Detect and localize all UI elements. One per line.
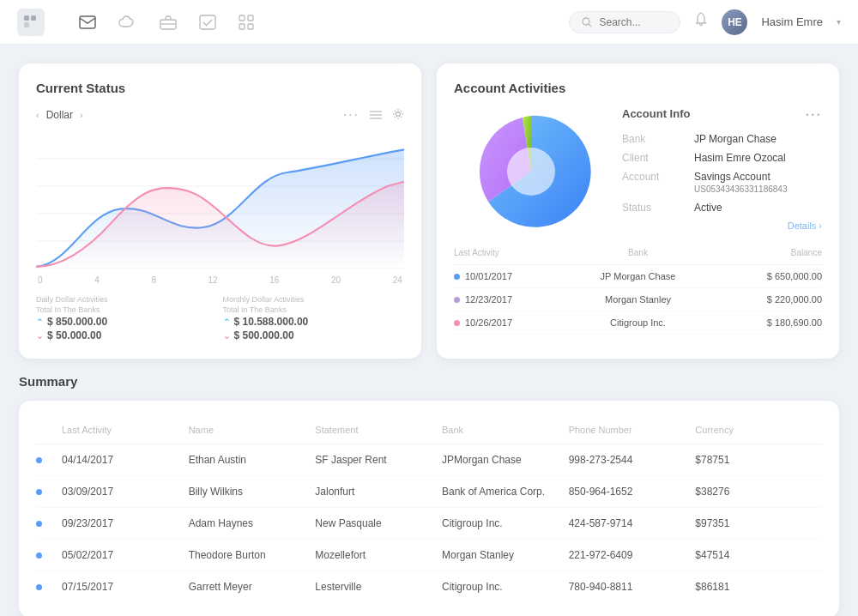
balance-2: $ 220,000.00: [699, 294, 822, 305]
summary-table: Last Activity Name Statement Bank Phone …: [36, 425, 822, 602]
user-name-label[interactable]: Hasim Emre: [761, 15, 823, 28]
sr3-name: Adam Haynes: [189, 517, 316, 529]
row-dot-2: [36, 489, 42, 495]
dot-purple-1: [454, 297, 460, 303]
sr4-date: 05/02/2017: [62, 549, 189, 561]
monthly-down-row: ⌄ $ 500.000.00: [223, 329, 405, 341]
daily-sublabel: Total In The Banks: [36, 305, 218, 314]
svg-rect-2: [24, 22, 29, 27]
col-bank: Bank: [577, 248, 699, 257]
sr1-bank: JPMorgan Chase: [442, 454, 569, 466]
account-number: US05343436331186843: [694, 184, 787, 194]
bank-value: JP Morgan Chase: [694, 133, 822, 145]
nav-cloud-icon[interactable]: [118, 15, 137, 29]
svg-rect-7: [239, 15, 245, 21]
sh-statement: Statement: [315, 425, 442, 435]
dollar-next[interactable]: ›: [80, 110, 83, 120]
monthly-up-value: $ 10.588.000.00: [234, 316, 309, 328]
sr4-statement: Mozellefort: [315, 549, 442, 561]
chart-area: [36, 131, 404, 269]
svg-rect-3: [80, 16, 95, 28]
svg-rect-6: [200, 15, 215, 29]
sr2-phone: 850-964-1652: [569, 486, 696, 498]
bell-icon[interactable]: [694, 12, 708, 32]
monthly-down-value: $ 500.000.00: [234, 329, 294, 341]
dot-pink-1: [454, 320, 460, 326]
details-link[interactable]: Details ›: [622, 220, 822, 231]
row-dot-3: [36, 521, 42, 527]
search-input[interactable]: [599, 16, 668, 28]
account-more-icon[interactable]: ···: [806, 107, 822, 123]
daily-values: ⌃ $ 850.000.00 ⌄ $ 50.000.00: [36, 316, 218, 341]
sr1-phone: 998-273-2544: [569, 454, 696, 466]
sh-last-activity: Last Activity: [62, 425, 189, 435]
sr1-date: 04/14/2017: [62, 454, 189, 466]
sr3-phone: 424-587-9714: [569, 517, 696, 529]
sr2-currency: $38276: [695, 486, 822, 498]
svg-rect-1: [31, 15, 36, 21]
line-chart: [36, 131, 404, 269]
nav-right: HE Hasim Emre ▾: [569, 9, 841, 35]
nav-logo: [17, 9, 45, 36]
dot-blue-1: [454, 274, 460, 280]
client-value: Hasim Emre Ozocal: [694, 152, 822, 164]
sr2-name: Billy Wilkins: [189, 486, 316, 498]
dollar-prev[interactable]: ‹: [36, 110, 39, 120]
daily-label: Daily Dollar Activities: [36, 295, 218, 304]
svg-point-11: [583, 18, 589, 25]
pie-chart-area: [454, 107, 608, 236]
chart-more-icon[interactable]: ···: [343, 107, 360, 123]
account-inner: Account Info ··· Bank JP Morgan Chase Cl…: [454, 107, 822, 236]
summary-row-5: 07/15/2017 Garrett Meyer Lesterville Cit…: [36, 571, 822, 602]
topnav: HE Hasim Emre ▾: [0, 0, 858, 45]
user-menu-chevron[interactable]: ▾: [837, 17, 841, 27]
monthly-label: Monthly Dollar Activities: [223, 295, 405, 304]
chart-settings-icon[interactable]: [392, 108, 404, 123]
account-activities-title: Account Activities: [454, 81, 822, 95]
chart-inner-header: ‹ Dollar › ···: [36, 107, 404, 123]
status-value: Active: [694, 202, 822, 214]
sr4-name: Theodore Burton: [189, 549, 316, 561]
nav-check-icon[interactable]: [199, 15, 216, 30]
current-status-title: Current Status: [36, 81, 404, 95]
row-dot-1: [36, 457, 42, 463]
chart-list-icon[interactable]: [370, 108, 382, 123]
monthly-sublabel: Total In The Banks: [223, 305, 405, 314]
daily-stats: Daily Dollar Activities Total In The Ban…: [36, 295, 218, 341]
daily-down-value: $ 50.000.00: [47, 329, 101, 341]
dollar-label: Dollar: [46, 109, 73, 121]
sr2-bank: Bank of America Corp.: [442, 486, 569, 498]
sh-currency: Currency: [695, 425, 822, 435]
account-info-title: Account Info ···: [622, 107, 822, 123]
col-last-activity: Last Activity: [454, 248, 577, 257]
nav-mail-icon[interactable]: [79, 15, 96, 29]
bank-3: Citigroup Inc.: [577, 317, 699, 328]
summary-row-1: 04/14/2017 Ethan Austin SF Jasper Rent J…: [36, 444, 822, 476]
sr5-bank: Citigroup Inc.: [442, 581, 569, 593]
sr5-statement: Lesterville: [315, 581, 442, 593]
col-balance: Balance: [699, 248, 822, 257]
activity-table-header: Last Activity Bank Balance: [454, 248, 822, 265]
logo-icon: [17, 9, 45, 36]
sr5-name: Garrett Meyer: [189, 581, 316, 593]
search-box[interactable]: [569, 11, 680, 33]
sr1-statement: SF Jasper Rent: [315, 454, 442, 466]
nav-briefcase-icon[interactable]: [160, 15, 177, 30]
activity-row-1: 10/01/2017 JP Morgan Chase $ 650,000.00: [454, 265, 822, 288]
svg-point-16: [396, 112, 401, 116]
sr3-date: 09/23/2017: [62, 517, 189, 529]
summary-row-3: 09/23/2017 Adam Haynes New Pasquale Citi…: [36, 508, 822, 540]
sr1-currency: $78751: [695, 454, 822, 466]
sr1-name: Ethan Austin: [189, 454, 316, 466]
summary-card: Last Activity Name Statement Bank Phone …: [19, 401, 839, 616]
svg-rect-9: [239, 24, 245, 29]
sr3-statement: New Pasquale: [315, 517, 442, 529]
sr2-date: 03/09/2017: [62, 486, 189, 498]
avatar: HE: [722, 9, 747, 35]
nav-grid-icon[interactable]: [239, 15, 254, 30]
svg-line-12: [589, 24, 591, 27]
bank-label: Bank: [622, 133, 691, 145]
sr3-bank: Citigroup Inc.: [442, 517, 569, 529]
svg-rect-0: [24, 15, 29, 21]
sr5-phone: 780-940-8811: [569, 581, 696, 593]
